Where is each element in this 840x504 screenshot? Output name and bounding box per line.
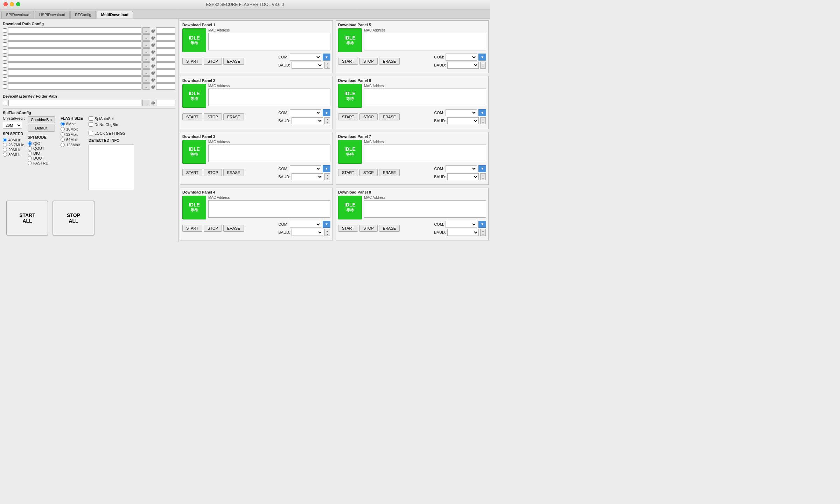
panel-7-idle-button[interactable]: IDLE 等待 [338, 140, 362, 164]
panel-8-com-select[interactable] [446, 221, 477, 228]
panel-6-baud-spinner[interactable]: ▲▼ [480, 117, 486, 124]
path-browse-2[interactable]: .. [142, 34, 150, 41]
panel-7-com-select[interactable] [446, 165, 477, 172]
speed-80mhz[interactable]: 80MHz [3, 153, 25, 157]
path-input-9[interactable] [8, 83, 141, 90]
speed-40mhz-radio[interactable] [3, 138, 7, 142]
panel-6-baud-select[interactable] [447, 117, 479, 124]
path-browse-8[interactable]: .. [142, 76, 150, 83]
close-button[interactable] [4, 2, 8, 6]
panel-3-erase[interactable]: ERASE [223, 169, 244, 176]
panel-1-stop[interactable]: STOP [204, 58, 222, 65]
path-browse-9[interactable]: .. [142, 83, 150, 90]
at-input-7[interactable] [156, 69, 175, 76]
panel-1-com-select[interactable] [290, 54, 321, 61]
path-input-1[interactable] [8, 27, 141, 34]
at-input-3[interactable] [156, 41, 175, 48]
mode-qout-radio[interactable] [28, 146, 32, 150]
speed-26mhz-radio[interactable] [3, 143, 7, 147]
panel-5-idle-button[interactable]: IDLE 等待 [338, 28, 362, 52]
panel-2-idle-button[interactable]: IDLE 等待 [182, 84, 206, 108]
panel-6-erase[interactable]: ERASE [379, 113, 400, 120]
panel-5-erase[interactable]: ERASE [379, 58, 400, 65]
panel-5-com-select[interactable] [446, 54, 477, 61]
device-master-at[interactable] [156, 100, 175, 106]
at-input-1[interactable] [156, 27, 175, 34]
mode-qio-radio[interactable] [28, 141, 32, 146]
path-input-2[interactable] [8, 34, 141, 41]
panel-7-mac-input[interactable] [364, 145, 486, 162]
flash-16mbit[interactable]: 16Mbit [61, 127, 83, 131]
panel-8-stop[interactable]: STOP [359, 225, 378, 232]
panel-6-idle-button[interactable]: IDLE 等待 [338, 84, 362, 108]
panel-4-start[interactable]: START [182, 225, 202, 232]
tab-hspidownload[interactable]: HSPIDownload [35, 11, 70, 19]
panel-5-baud-select[interactable] [447, 62, 479, 69]
panel-1-idle-button[interactable]: IDLE 等待 [182, 28, 206, 52]
path-check-2[interactable] [3, 35, 7, 40]
panel-8-baud-select[interactable] [447, 229, 479, 236]
path-check-5[interactable] [3, 56, 7, 61]
at-input-6[interactable] [156, 62, 175, 69]
path-browse-4[interactable]: .. [142, 48, 150, 55]
panel-2-baud-spinner[interactable]: ▲▼ [324, 117, 330, 124]
panel-8-mac-input[interactable] [364, 200, 486, 218]
panel-8-erase[interactable]: ERASE [379, 225, 400, 232]
panel-3-stop[interactable]: STOP [204, 169, 222, 176]
spi-auto-set-check[interactable] [89, 116, 93, 121]
panel-8-idle-button[interactable]: IDLE 等待 [338, 196, 362, 219]
mode-dio-radio[interactable] [28, 151, 32, 155]
panel-2-erase[interactable]: ERASE [223, 113, 244, 120]
flash-128mbit-radio[interactable] [61, 143, 65, 147]
panel-1-baud-spinner[interactable]: ▲▼ [324, 62, 330, 69]
panel-1-baud-select[interactable] [292, 62, 323, 69]
device-master-check[interactable] [3, 101, 7, 105]
panel-7-erase[interactable]: ERASE [379, 169, 400, 176]
combine-bin-button[interactable]: CombineBin [28, 116, 55, 123]
path-check-9[interactable] [3, 84, 7, 89]
panel-2-start[interactable]: START [182, 113, 202, 120]
path-check-8[interactable] [3, 77, 7, 82]
tab-spidownload[interactable]: SPIDownload [1, 11, 34, 19]
panel-5-stop[interactable]: STOP [359, 58, 378, 65]
panel-8-baud-spinner[interactable]: ▲▼ [480, 229, 486, 236]
panel-8-com-arrow[interactable]: ▼ [478, 221, 486, 228]
panel-4-baud-spinner[interactable]: ▲▼ [324, 229, 330, 236]
at-input-2[interactable] [156, 34, 175, 41]
panel-2-stop[interactable]: STOP [204, 113, 222, 120]
panel-7-com-arrow[interactable]: ▼ [478, 165, 486, 172]
path-browse-5[interactable]: .. [142, 55, 150, 62]
mode-qout[interactable]: QOUT [28, 146, 55, 150]
panel-3-mac-input[interactable] [208, 145, 330, 162]
panel-6-com-select[interactable] [446, 109, 477, 116]
path-check-1[interactable] [3, 28, 7, 33]
flash-8mbit[interactable]: 8Mbit [61, 122, 83, 126]
panel-3-baud-select[interactable] [292, 173, 323, 180]
panel-5-mac-input[interactable] [364, 33, 486, 50]
panel-6-stop[interactable]: STOP [359, 113, 378, 120]
flash-32mbit[interactable]: 32Mbit [61, 132, 83, 136]
at-input-5[interactable] [156, 55, 175, 62]
device-master-input[interactable] [8, 100, 141, 106]
path-check-4[interactable] [3, 49, 7, 54]
panel-3-start[interactable]: START [182, 169, 202, 176]
path-browse-6[interactable]: .. [142, 62, 150, 69]
lock-settings-row[interactable]: LOCK SETTINGS [89, 131, 134, 135]
panel-4-com-arrow[interactable]: ▼ [323, 221, 330, 228]
mode-dout-radio[interactable] [28, 156, 32, 160]
path-input-3[interactable] [8, 41, 141, 48]
do-not-chg-bin-check[interactable] [89, 122, 93, 127]
minimize-button[interactable] [10, 2, 14, 6]
panel-1-mac-input[interactable] [208, 33, 330, 50]
path-browse-7[interactable]: .. [142, 69, 150, 76]
path-input-5[interactable] [8, 55, 141, 62]
do-not-chg-bin-row[interactable]: DoNotChgBin [89, 122, 134, 127]
panel-6-start[interactable]: START [338, 113, 358, 120]
at-input-4[interactable] [156, 48, 175, 55]
panel-5-com-arrow[interactable]: ▼ [478, 54, 486, 61]
flash-64mbit[interactable]: 64Mbit [61, 138, 83, 142]
panel-1-start[interactable]: START [182, 58, 202, 65]
speed-40mhz[interactable]: 40MHz [3, 138, 25, 142]
speed-20mhz[interactable]: 20MHz [3, 148, 25, 152]
panel-4-com-select[interactable] [290, 221, 321, 228]
